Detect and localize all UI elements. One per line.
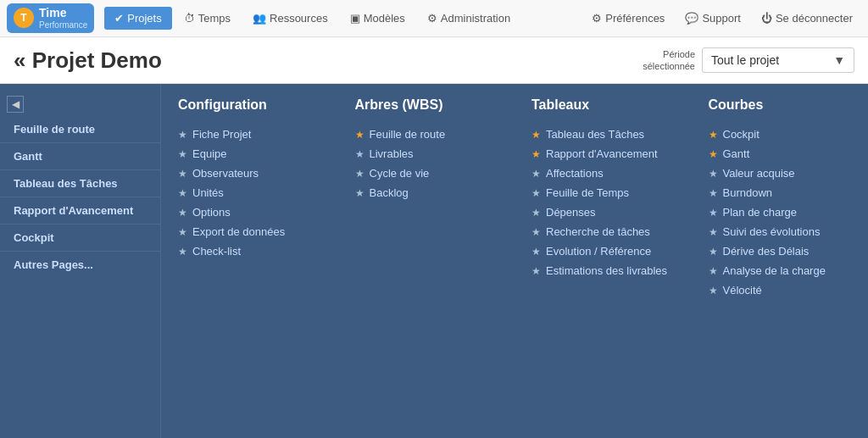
- item-label: Options: [192, 206, 231, 219]
- item-label: Gantt: [723, 147, 750, 160]
- item-label: Dépenses: [546, 206, 596, 219]
- chevron-down-icon: ▼: [833, 53, 845, 67]
- item-label: Feuille de route: [370, 128, 446, 141]
- nav-right: ⚙Préférences💬Support⏻Se déconnecter: [583, 7, 861, 30]
- item-label: Check-list: [192, 245, 241, 258]
- list-item[interactable]: ★Dérive des Délais: [709, 241, 852, 261]
- item-label: Tableau des Tâches: [546, 128, 644, 141]
- list-item[interactable]: ★Cockpit: [709, 125, 852, 144]
- list-item[interactable]: ★Feuille de route: [355, 125, 498, 144]
- star-icon: ★: [709, 187, 718, 199]
- gear-icon: ⚙: [592, 12, 602, 25]
- star-icon: ★: [709, 246, 718, 258]
- list-item[interactable]: ★Equipe: [178, 144, 321, 164]
- star-icon: ★: [178, 226, 187, 238]
- list-item[interactable]: ★Observateurs: [178, 164, 321, 183]
- list-item[interactable]: ★Cycle de vie: [355, 164, 498, 183]
- list-item[interactable]: ★Affectations: [531, 164, 675, 183]
- list-item[interactable]: ★Gantt: [709, 144, 852, 164]
- item-label: Estimations des livrables: [546, 264, 667, 277]
- column-configuration: Configuration★Fiche Projet★Equipe★Observ…: [178, 97, 321, 424]
- list-item[interactable]: ★Export de données: [178, 222, 321, 241]
- list-item[interactable]: ★Burndown: [709, 183, 852, 202]
- star-icon: ★: [531, 187, 541, 199]
- period-selector: Périodesélectionnée Tout le projet ▼: [643, 47, 854, 73]
- list-item[interactable]: ★Livrables: [355, 144, 498, 164]
- star-icon: ★: [709, 129, 718, 141]
- list-item[interactable]: ★Suivi des évolutions: [709, 222, 852, 241]
- nav-item-administration[interactable]: ⚙Administration: [417, 7, 520, 30]
- star-icon: ★: [355, 187, 364, 199]
- sidebar-item-rapport-d-avancement[interactable]: Rapport d'Avancement: [0, 197, 160, 225]
- list-item[interactable]: ★Fiche Projet: [178, 125, 321, 144]
- star-icon: ★: [709, 285, 718, 297]
- star-icon: ★: [531, 148, 541, 160]
- column-items: ★Tableau des Tâches★Rapport d'Avancement…: [531, 125, 675, 280]
- list-item[interactable]: ★Check-list: [178, 241, 321, 261]
- period-dropdown[interactable]: Tout le projet ▼: [702, 47, 854, 73]
- logo-text: Time Performance: [39, 7, 87, 29]
- list-item[interactable]: ★Plan de charge: [709, 202, 852, 222]
- item-label: Burndown: [723, 186, 773, 199]
- nav-item-projets[interactable]: ✔Projets: [104, 7, 171, 30]
- list-item[interactable]: ★Recherche de tâches: [531, 222, 675, 241]
- item-label: Vélocité: [723, 284, 762, 297]
- list-item[interactable]: ★Evolution / Référence: [531, 241, 675, 261]
- exit-icon: ⏻: [761, 12, 772, 25]
- nav-item-temps[interactable]: ⏱Temps: [174, 7, 241, 30]
- project-header: « Projet Demo Périodesélectionnée Tout l…: [0, 37, 868, 84]
- cube-icon: ▣: [350, 12, 360, 25]
- list-item[interactable]: ★Analyse de la charge: [709, 261, 852, 280]
- sidebar-item-tableau-des-tâches[interactable]: Tableau des Tâches: [0, 170, 160, 197]
- item-label: Livrables: [370, 147, 414, 160]
- sidebar-item-cockpit[interactable]: Cockpit: [0, 225, 160, 252]
- list-item[interactable]: ★Tableau des Tâches: [531, 125, 675, 144]
- period-dropdown-value: Tout le projet: [711, 53, 779, 67]
- column-items: ★Cockpit★Gantt★Valeur acquise★Burndown★P…: [709, 125, 852, 300]
- list-item[interactable]: ★Backlog: [355, 183, 498, 202]
- top-navigation: T Time Performance ✔Projets⏱Temps👥Ressou…: [0, 0, 868, 37]
- list-item[interactable]: ★Unités: [178, 183, 321, 202]
- nav-items: ✔Projets⏱Temps👥Ressources▣Modèles⚙Admini…: [104, 7, 583, 30]
- star-icon: ★: [355, 148, 364, 160]
- sidebar-item-autres-pages...[interactable]: Autres Pages...: [0, 252, 160, 278]
- nav-right-item-se-déconnecter[interactable]: ⏻Se déconnecter: [753, 7, 861, 30]
- logo-subtitle: Performance: [39, 20, 87, 30]
- sidebar-item-feuille-de-route[interactable]: Feuille de route: [0, 116, 160, 143]
- star-icon: ★: [531, 246, 541, 258]
- logo[interactable]: T Time Performance: [7, 3, 94, 32]
- list-item[interactable]: ★Vélocité: [709, 280, 852, 300]
- star-icon: ★: [709, 168, 718, 180]
- star-icon: ★: [709, 226, 718, 238]
- list-item[interactable]: ★Estimations des livrables: [531, 261, 675, 280]
- item-label: Unités: [192, 186, 224, 199]
- list-item[interactable]: ★Rapport d'Avancement: [531, 144, 675, 164]
- project-title: « Projet Demo: [14, 47, 162, 74]
- list-item[interactable]: ★Valeur acquise: [709, 164, 852, 183]
- star-icon: ★: [355, 129, 364, 141]
- gear-icon: ⚙: [427, 12, 437, 25]
- star-icon: ★: [531, 168, 541, 180]
- logo-title: Time: [39, 7, 87, 19]
- item-label: Observateurs: [192, 167, 259, 180]
- column-courbes: Courbes★Cockpit★Gantt★Valeur acquise★Bur…: [709, 97, 852, 424]
- sidebar-item-gantt[interactable]: Gantt: [0, 143, 160, 170]
- clock-icon: ⏱: [184, 12, 195, 25]
- column-title: Arbres (WBS): [355, 97, 498, 113]
- star-icon: ★: [531, 226, 541, 238]
- star-icon: ★: [355, 168, 364, 180]
- nav-item-modèles[interactable]: ▣Modèles: [340, 7, 415, 30]
- item-label: Analyse de la charge: [723, 264, 826, 277]
- list-item[interactable]: ★Options: [178, 202, 321, 222]
- star-icon: ★: [531, 129, 541, 141]
- list-item[interactable]: ★Feuille de Temps: [531, 183, 675, 202]
- sidebar-collapse-button[interactable]: ◀: [7, 96, 24, 113]
- item-label: Valeur acquise: [723, 167, 795, 180]
- nav-right-item-préférences[interactable]: ⚙Préférences: [583, 7, 673, 30]
- item-label: Rapport d'Avancement: [546, 147, 658, 160]
- star-icon: ★: [709, 148, 718, 160]
- nav-item-ressources[interactable]: 👥Ressources: [242, 7, 338, 30]
- nav-right-item-support[interactable]: 💬Support: [676, 7, 749, 30]
- list-item[interactable]: ★Dépenses: [531, 202, 675, 222]
- item-label: Affectations: [546, 167, 604, 180]
